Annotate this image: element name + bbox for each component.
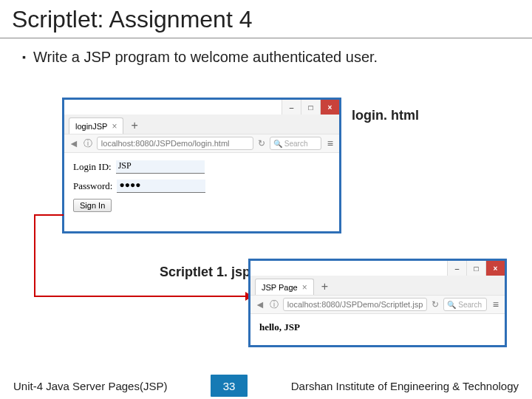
search-field[interactable]: 🔍Search <box>270 137 321 150</box>
search-placeholder: Search <box>458 301 482 309</box>
search-placeholder: Search <box>284 140 308 148</box>
globe-icon: ⓘ <box>270 299 279 311</box>
minimize-button[interactable]: – <box>282 100 301 115</box>
address-bar: ◄ ⓘ localhost:8080/JSPDemo/login.html ↻ … <box>64 134 339 153</box>
browser-tab[interactable]: loginJSP × <box>69 117 123 134</box>
bullet-marker: ▪ <box>22 51 26 63</box>
url-field[interactable]: localhost:8080/JSPDemo/Scriptlet.jsp <box>283 298 427 311</box>
sign-in-button[interactable]: Sign In <box>73 199 112 212</box>
browser-window-login: – □ × loginJSP × + ◄ ⓘ localhost:8080/JS… <box>62 98 341 233</box>
maximize-button[interactable]: □ <box>466 261 485 276</box>
search-icon: 🔍 <box>447 301 456 309</box>
tab-close-icon[interactable]: × <box>112 121 117 132</box>
tab-strip: loginJSP × + <box>64 115 339 134</box>
globe-icon: ⓘ <box>83 137 92 150</box>
label-scriptlet-jsp: Scriptlet 1. jsp <box>160 265 250 280</box>
back-icon[interactable]: ◄ <box>255 299 265 310</box>
search-field[interactable]: 🔍Search <box>443 298 487 311</box>
window-titlebar: – □ × <box>64 100 339 115</box>
url-text: localhost:8080/JSPDemo/login.html <box>101 139 230 148</box>
tab-close-icon[interactable]: × <box>302 282 307 293</box>
minimize-button[interactable]: – <box>447 261 466 276</box>
flow-arrow <box>34 214 64 216</box>
bullet-line: ▪Write a JSP program to welcome authenti… <box>0 38 532 66</box>
url-text: localhost:8080/JSPDemo/Scriptlet.jsp <box>287 300 423 309</box>
menu-icon[interactable]: ≡ <box>491 299 500 310</box>
tab-title: loginJSP <box>75 122 107 131</box>
tab-title: JSP Page <box>262 283 298 292</box>
bullet-text: Write a JSP program to welcome authentic… <box>33 49 378 65</box>
page-content-output: hello, JSP <box>250 314 505 341</box>
password-input[interactable]: ●●●● <box>117 180 205 193</box>
url-field[interactable]: localhost:8080/JSPDemo/login.html <box>97 137 253 150</box>
browser-window-output: – □ × JSP Page × + ◄ ⓘ localhost:8080/JS… <box>248 259 507 347</box>
flow-arrow <box>34 214 35 297</box>
reload-icon[interactable]: ↻ <box>258 138 265 149</box>
tab-strip: JSP Page × + <box>250 276 505 295</box>
reload-icon[interactable]: ↻ <box>432 299 439 310</box>
page-content-login: Login ID: JSP Password: ●●●● Sign In <box>64 153 339 225</box>
label-login-html: login. html <box>352 108 419 123</box>
close-button[interactable]: × <box>320 100 339 115</box>
footer-right: Darshan Institute of Engineering & Techn… <box>291 380 519 392</box>
browser-tab[interactable]: JSP Page × <box>255 279 314 295</box>
search-icon: 🔍 <box>273 140 282 148</box>
window-titlebar: – □ × <box>250 261 505 276</box>
slide-footer: Unit-4 Java Server Pages(JSP) 33 Darshan… <box>0 372 532 399</box>
maximize-button[interactable]: □ <box>301 100 320 115</box>
menu-icon[interactable]: ≡ <box>326 137 335 149</box>
new-tab-button[interactable]: + <box>131 119 137 134</box>
login-id-input[interactable]: JSP <box>116 160 205 174</box>
back-icon[interactable]: ◄ <box>69 137 79 149</box>
login-id-label: Login ID: <box>73 161 112 173</box>
address-bar: ◄ ⓘ localhost:8080/JSPDemo/Scriptlet.jsp… <box>250 295 505 314</box>
password-label: Password: <box>73 180 112 192</box>
page-number: 33 <box>211 375 248 397</box>
flow-arrow <box>34 296 247 297</box>
output-text: hello, JSP <box>259 321 300 332</box>
close-button[interactable]: × <box>485 261 505 276</box>
new-tab-button[interactable]: + <box>321 280 328 295</box>
slide-title: Scriptlet: Assignment 4 <box>0 0 532 38</box>
footer-left: Unit-4 Java Server Pages(JSP) <box>13 380 167 392</box>
